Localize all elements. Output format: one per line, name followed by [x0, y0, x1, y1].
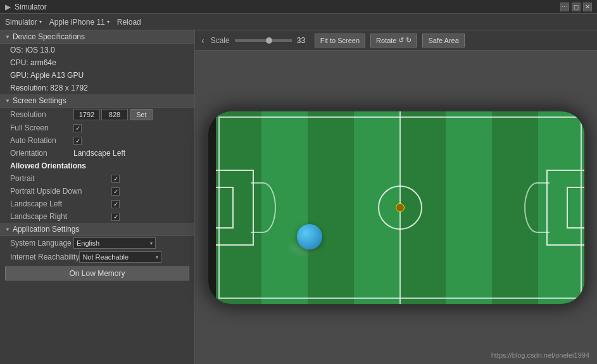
back-arrow[interactable]: ‹: [200, 35, 206, 46]
fullscreen-checkbox[interactable]: ✓: [73, 124, 82, 132]
rotate-button[interactable]: Rotate ↺ ↻: [370, 34, 417, 47]
scale-track: [235, 39, 292, 42]
toolbar: ‹ Scale 33 Fit to Screen Rotate ↺ ↻ Safe…: [195, 30, 597, 51]
set-button[interactable]: Set: [130, 109, 153, 120]
os-row: OS: iOS 13.0: [0, 44, 194, 56]
safe-area-button[interactable]: Safe Area: [422, 34, 464, 47]
penalty-arc-left: [251, 182, 276, 233]
fullscreen-row: Full Screen ✓: [0, 122, 194, 134]
main-layout: ▼ Device Specifications OS: iOS 13.0 CPU…: [0, 30, 597, 364]
portrait-checkbox[interactable]: ✓: [111, 175, 120, 183]
phone-notch: [208, 182, 216, 233]
device-triangle: ▼: [5, 34, 10, 40]
resolution-h-input[interactable]: [101, 109, 128, 120]
landscape-left-checkbox[interactable]: ✓: [111, 200, 120, 208]
title-bar-text: Simulator: [15, 3, 47, 11]
penalty-arc-right: [524, 182, 550, 233]
app-icon: ▶: [5, 3, 11, 11]
player-body: [396, 203, 405, 212]
screen-triangle: ▼: [5, 98, 10, 104]
resolution-w-input[interactable]: [73, 109, 100, 120]
player-character: [395, 203, 405, 213]
left-panel: ▼ Device Specifications OS: iOS 13.0 CPU…: [0, 30, 195, 364]
simulator-menu[interactable]: Simulator ▾: [5, 18, 42, 27]
device-chevron: ▾: [107, 19, 110, 25]
portrait-upside-down-row: Portrait Upside Down ✓: [0, 185, 194, 198]
title-bar: ▶ Simulator ⋯ ◻ ✕: [0, 0, 597, 14]
allowed-orientations-row: Allowed Orientations: [0, 160, 194, 172]
simulator-chevron: ▾: [39, 19, 42, 25]
reachability-arrow: ▾: [156, 254, 158, 260]
system-language-row: System Language English ▾: [0, 236, 194, 250]
scale-thumb[interactable]: [266, 37, 272, 44]
fit-to-screen-button[interactable]: Fit to Screen: [315, 34, 365, 47]
canvas-area: https://blog.csdn.net/onelei1994: [195, 51, 597, 364]
autorotation-checkbox[interactable]: ✓: [73, 137, 82, 145]
close-btn[interactable]: ✕: [583, 3, 592, 11]
right-panel: ‹ Scale 33 Fit to Screen Rotate ↺ ↻ Safe…: [195, 30, 597, 364]
internet-reachability-row: Internet Reachability Not Reachable ▾: [0, 250, 194, 264]
language-arrow: ▾: [150, 241, 153, 246]
soccer-field: [216, 111, 584, 304]
resolution-display-row: Resolution: 828 x 1792: [0, 82, 194, 94]
app-settings-header: ▼ Application Settings: [0, 223, 194, 236]
portrait-upside-checkbox[interactable]: ✓: [111, 187, 120, 196]
landscape-right-row: Landscape Right ✓: [0, 210, 194, 223]
internet-reachability-dropdown[interactable]: Not Reachable ▾: [79, 251, 161, 263]
blue-character: [297, 224, 322, 249]
restore-btn[interactable]: ◻: [572, 3, 581, 11]
resolution-row: Resolution Set: [0, 108, 194, 122]
autorotation-row: Auto Rotation ✓: [0, 134, 194, 147]
goal-box-right: [567, 187, 584, 229]
title-bar-controls: ⋯ ◻ ✕: [560, 3, 592, 11]
scale-slider[interactable]: [235, 39, 292, 42]
app-triangle: ▼: [5, 227, 10, 232]
phone-mockup: [206, 110, 586, 306]
menu-btn[interactable]: ⋯: [560, 3, 569, 11]
device-specs-header: ▼ Device Specifications: [0, 30, 194, 44]
on-low-memory-button[interactable]: On Low Memory: [5, 267, 189, 280]
watermark: https://blog.csdn.net/onelei1994: [491, 351, 589, 359]
portrait-row: Portrait ✓: [0, 172, 194, 185]
system-language-dropdown[interactable]: English ▾: [73, 237, 156, 249]
orientation-row: Orientation Landscape Left: [0, 147, 194, 160]
landscape-left-row: Landscape Left ✓: [0, 198, 194, 210]
landscape-right-checkbox[interactable]: ✓: [111, 213, 120, 221]
rotate-icon: ↺: [398, 36, 404, 44]
reload-menu[interactable]: Reload: [117, 18, 141, 27]
rotate-icon-2: ↻: [406, 36, 412, 44]
device-menu[interactable]: Apple iPhone 11 ▾: [49, 18, 110, 27]
cpu-row: CPU: arm64e: [0, 56, 194, 69]
screen-settings-header: ▼ Screen Settings: [0, 94, 194, 108]
menu-bar: Simulator ▾ Apple iPhone 11 ▾ Reload: [0, 14, 597, 30]
goal-box-left: [216, 187, 234, 229]
gpu-row: GPU: Apple A13 GPU: [0, 69, 194, 82]
